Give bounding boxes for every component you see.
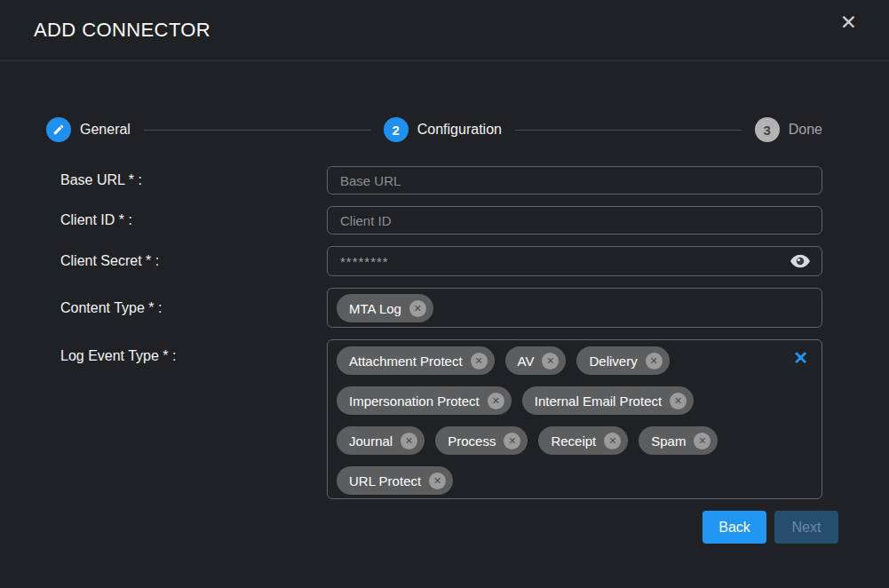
step-configuration-label: Configuration [417,122,502,138]
step-configuration[interactable]: 2 Configuration [384,117,502,142]
connector-config-form: Base URL * : Client ID * : Client Secret… [0,166,889,499]
close-icon[interactable]: ✕ [840,12,857,33]
client-id-row: Client ID * : [0,206,889,234]
add-connector-dialog: { "header": { "title": "ADD CONNECTOR", … [0,0,889,588]
chip-label: MTA Log [349,301,401,316]
chip-label: Delivery [589,354,637,369]
chip-label: Spam [651,433,686,449]
chip-attachment-protect: Attachment Protect✕ [337,346,495,375]
chip-label: Attachment Protect [349,354,463,369]
chip-mta-log: MTA Log✕ [337,294,433,322]
step-done-label: Done [789,122,822,138]
chip-remove-icon[interactable]: ✕ [488,393,504,409]
step-configuration-indicator: 2 [384,117,409,142]
client-secret-row: Client Secret * : [0,246,889,276]
chip-remove-icon[interactable]: ✕ [542,353,559,369]
chip-journal: Journal✕ [337,426,425,455]
dialog-actions: Back Next [0,511,889,544]
client-id-input[interactable] [327,206,822,234]
base-url-row: Base URL * : [0,166,889,195]
content-type-row: Content Type * : MTA Log✕ [0,288,889,328]
client-id-label: Client ID * : [60,212,327,228]
chip-url-protect: URL Protect✕ [337,466,453,495]
client-secret-label: Client Secret * : [60,253,327,269]
chip-process: Process✕ [435,426,528,455]
chip-impersonation-protect: Impersonation Protect✕ [337,386,512,415]
dialog-header: ADD CONNECTOR ✕ [0,0,889,61]
chip-receipt: Receipt✕ [538,426,628,455]
chip-spam: Spam✕ [639,426,718,455]
stepper-connector [144,130,370,131]
log-event-type-row: Log Event Type * : ✕ Attachment Protect✕… [0,339,889,499]
content-type-label: Content Type * : [60,300,327,316]
clear-all-icon[interactable]: ✕ [793,349,808,367]
chip-delivery: Delivery✕ [576,346,669,375]
chip-label: Internal Email Protect [535,393,662,409]
step-general-label: General [80,122,131,138]
back-button[interactable]: Back [702,511,766,544]
dialog-title: ADD CONNECTOR [34,19,210,42]
chip-remove-icon[interactable]: ✕ [409,300,426,317]
chip-remove-icon[interactable]: ✕ [670,393,687,409]
step-general-indicator [46,117,71,142]
chip-remove-icon[interactable]: ✕ [401,433,417,449]
chip-label: URL Protect [349,473,421,489]
next-button[interactable]: Next [774,511,838,544]
chip-remove-icon[interactable]: ✕ [694,433,710,449]
chip-label: Impersonation Protect [349,393,480,409]
chip-remove-icon[interactable]: ✕ [646,353,663,369]
eye-icon [790,255,810,268]
chip-remove-icon[interactable]: ✕ [471,353,488,369]
log-event-type-label: Log Event Type * : [60,339,327,364]
step-done: 3 Done [755,117,822,142]
chip-label: AV [518,354,535,369]
stepper-connector [515,130,742,131]
step-done-indicator: 3 [755,117,780,142]
log-event-type-select[interactable]: ✕ Attachment Protect✕AV✕Delivery✕Imperso… [327,339,822,499]
wizard-stepper: General 2 Configuration 3 Done [46,117,822,142]
base-url-input[interactable] [327,166,822,195]
base-url-label: Base URL * : [60,172,327,188]
chip-label: Journal [349,433,393,449]
pencil-icon [52,123,65,136]
chip-remove-icon[interactable]: ✕ [604,433,621,449]
chip-label: Process [448,433,496,449]
chip-label: Receipt [551,433,596,449]
chip-remove-icon[interactable]: ✕ [429,473,446,489]
chip-remove-icon[interactable]: ✕ [504,433,520,449]
step-general[interactable]: General [46,117,131,142]
chip-internal-email-protect: Internal Email Protect✕ [522,386,694,415]
content-type-select[interactable]: MTA Log✕ [327,288,822,328]
chip-av: AV✕ [505,346,567,375]
toggle-secret-visibility-button[interactable] [789,253,812,270]
client-secret-input[interactable] [327,246,822,276]
